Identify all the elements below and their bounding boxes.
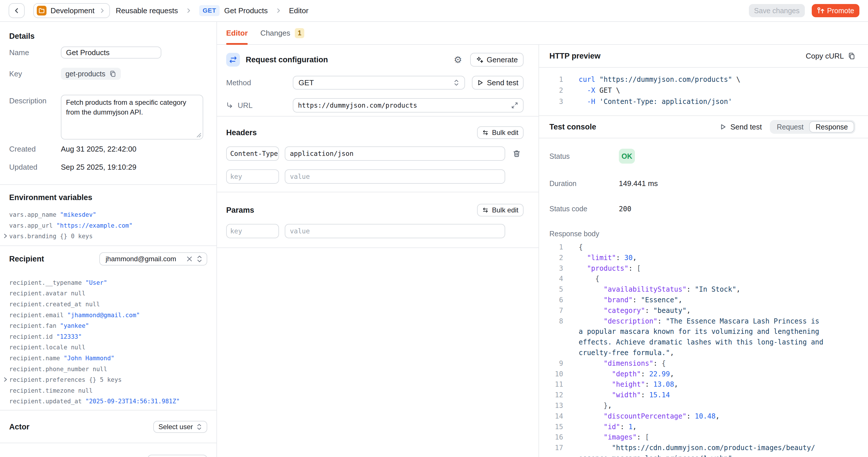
actor-row: Actor Select user xyxy=(9,421,207,433)
copy-icon xyxy=(848,52,856,60)
header-row: Content-Type application/json xyxy=(226,146,524,161)
generate-button[interactable]: Generate xyxy=(470,53,524,67)
headers-bulk-edit-button[interactable]: Bulk edit xyxy=(477,126,524,139)
params-bulk-edit-button[interactable]: Bulk edit xyxy=(477,204,524,216)
request-config-header: Request configuration ⚙ Generate xyxy=(226,53,524,67)
name-input[interactable]: Get Products xyxy=(61,47,161,59)
description-row: Description Fetch products from a specif… xyxy=(9,95,207,140)
header-key-input[interactable]: key xyxy=(226,170,279,184)
chevron-up-down-icon xyxy=(196,255,203,263)
top-bar: Development Reusable requests GET Get Pr… xyxy=(0,0,868,22)
status-label: Status xyxy=(549,152,619,160)
response-body-line: 6 "brand": "Essence", xyxy=(549,295,856,305)
recipient-field-row: recipient.timezone null xyxy=(9,386,207,396)
copy-icon[interactable] xyxy=(110,70,116,77)
folder-icon xyxy=(37,6,46,16)
back-button[interactable] xyxy=(9,3,25,18)
tab-request[interactable]: Request xyxy=(771,121,809,133)
description-textarea[interactable]: Fetch products from a specific category … xyxy=(61,95,203,140)
line-number: 16 xyxy=(549,432,563,443)
param-row-empty: key value xyxy=(226,224,524,238)
tab-response[interactable]: Response xyxy=(809,121,854,133)
tab-editor[interactable]: Editor xyxy=(226,22,248,44)
env-var-list: vars.app_name "mikesdev"vars.app_url "ht… xyxy=(9,210,207,242)
gear-icon[interactable]: ⚙ xyxy=(454,55,462,64)
recipient-field-list: recipient.__typename "User"recipient.ava… xyxy=(9,278,207,407)
param-key-input[interactable]: key xyxy=(226,224,279,238)
updated-label: Updated xyxy=(9,163,61,172)
tenant-select[interactable]: Select tenant xyxy=(148,455,207,457)
env-var-row[interactable]: vars.branding {} 0 keys xyxy=(9,231,207,242)
method-select[interactable]: GET xyxy=(293,76,465,90)
divider xyxy=(0,443,216,443)
actor-select[interactable]: Select user xyxy=(153,421,207,433)
details-sidebar: Details Name Get Products Key get-produc… xyxy=(0,22,217,457)
url-row: URL https://dummyjson.com/products xyxy=(226,98,524,113)
expand-icon[interactable] xyxy=(511,102,518,109)
save-changes-button[interactable]: Save changes xyxy=(749,4,805,17)
chevron-left-icon xyxy=(13,7,20,14)
line-number: 1 xyxy=(549,242,563,253)
promote-icon xyxy=(817,7,825,14)
clear-icon[interactable] xyxy=(187,256,192,262)
breadcrumb-request-name[interactable]: Get Products xyxy=(224,6,268,15)
chevron-right-icon xyxy=(3,377,8,382)
response-body-line: 12 "width": 15.14 xyxy=(549,390,856,400)
line-number: 11 xyxy=(549,379,563,390)
line-number: 3 xyxy=(549,263,563,274)
header-key-input[interactable]: Content-Type xyxy=(226,146,279,161)
line-number: 4 xyxy=(549,274,563,284)
send-test-button[interactable]: Send test xyxy=(472,76,524,90)
trash-icon[interactable] xyxy=(513,150,521,158)
name-label: Name xyxy=(9,48,61,57)
request-config-title: Request configuration xyxy=(246,55,328,64)
header-value-input[interactable]: value xyxy=(285,170,505,184)
line-number: 5 xyxy=(549,284,563,295)
response-body-row: Response body xyxy=(549,230,856,238)
params-section-header: Params Bulk edit xyxy=(226,204,524,216)
headers-section-header: Headers Bulk edit xyxy=(226,126,524,139)
recipient-combobox[interactable]: jhammond@gmail.com xyxy=(99,252,207,266)
header-value-input[interactable]: application/json xyxy=(285,146,505,161)
response-body-line: 2 "limit": 30, xyxy=(549,253,856,263)
method-label: Method xyxy=(226,79,293,87)
chevron-right-icon xyxy=(3,233,8,239)
line-number: 17 xyxy=(549,443,563,453)
response-body-line: essence-mascara-lash-princess/1.webp" xyxy=(549,453,856,457)
recipient-field-row[interactable]: recipient.preferences {} 5 keys xyxy=(9,375,207,386)
promote-button[interactable]: Promote xyxy=(812,4,859,17)
console-view-toggle: Request Response xyxy=(770,120,856,134)
response-body-line: 10 "depth": 22.99, xyxy=(549,369,856,379)
response-body-line: 14 "discountPercentage": 10.48, xyxy=(549,411,856,422)
key-label: Key xyxy=(9,69,61,79)
recipient-field-row: recipient.fan "yankee" xyxy=(9,321,207,332)
status-code-row: Status code 200 xyxy=(549,205,856,213)
recipient-field-row: recipient.name "John Hammond" xyxy=(9,353,207,364)
response-body-label: Response body xyxy=(549,230,619,238)
divider xyxy=(217,116,538,117)
workspace-chip[interactable]: Development xyxy=(33,3,110,18)
tab-changes[interactable]: Changes1 xyxy=(260,22,304,44)
chevron-right-icon xyxy=(185,7,192,14)
chevron-up-down-icon xyxy=(454,79,459,86)
param-value-input[interactable]: value xyxy=(285,224,505,238)
response-body-line: 11 "height": 13.08, xyxy=(549,379,856,390)
env-var-row: vars.app_name "mikesdev" xyxy=(9,210,207,220)
line-number: 6 xyxy=(549,295,563,305)
url-input[interactable]: https://dummyjson.com/products xyxy=(293,98,524,113)
resize-handle-icon[interactable] xyxy=(196,133,202,138)
updated-row: Updated Sep 25 2025, 19:10:29 xyxy=(9,163,207,172)
headers-title: Headers xyxy=(226,128,257,137)
request-editor-panel: Request configuration ⚙ Generate Method … xyxy=(217,45,539,457)
divider xyxy=(0,245,216,246)
breadcrumb-reusable-requests[interactable]: Reusable requests xyxy=(116,6,178,15)
copy-curl-button[interactable]: Copy cURL xyxy=(806,52,856,61)
arrow-turn-right-icon xyxy=(226,102,233,109)
http-preview-title: HTTP preview xyxy=(549,52,600,61)
console-send-test-button[interactable]: Send test xyxy=(720,123,762,131)
env-heading: Environment variables xyxy=(9,193,207,202)
line-number: 2 xyxy=(549,85,563,96)
recipient-heading: Recipient xyxy=(9,254,44,264)
response-body-line: 1{ xyxy=(549,242,856,253)
line-number: 13 xyxy=(549,400,563,411)
